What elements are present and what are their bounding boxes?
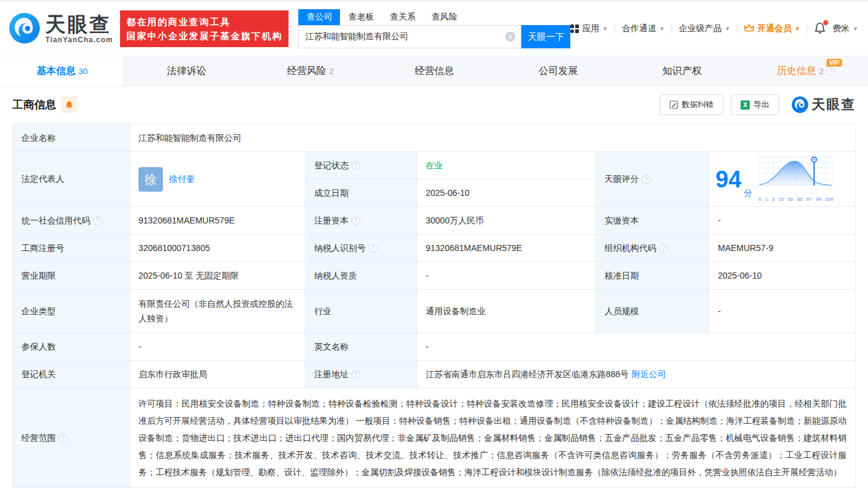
score-unit: 分 — [744, 187, 752, 200]
tyc-score-label: 天眼评分 ? — [595, 152, 709, 206]
chevron-down-icon: ▼ — [659, 26, 665, 32]
help-icon[interactable]: ? — [369, 244, 377, 252]
data-correction-button[interactable]: 数据纠错 — [660, 94, 723, 115]
score-number: 94 — [715, 168, 741, 191]
watermark-logo-icon — [791, 96, 809, 113]
reg-capital-label: 注册资本? — [305, 207, 417, 234]
divider — [737, 24, 738, 34]
tab-legal-litigation[interactable]: 法律诉讼 — [124, 56, 248, 86]
business-info-table: 企业名称 江苏和能智能制造有限公司 法定代表人 徐 徐付奎 登记状态 ? 在业 … — [12, 124, 856, 488]
nav-open-vip[interactable]: 开通会员 ▼ — [744, 23, 800, 34]
business-term-label: 营业期限 — [13, 262, 129, 289]
legal-rep-label: 法定代表人 — [13, 152, 129, 206]
export-button[interactable]: X 导出 — [731, 94, 779, 115]
nav-enterprise-label: 企业级产品 — [679, 23, 722, 34]
establish-date-label: 成立日期 — [305, 179, 417, 206]
tab-basic-info[interactable]: 基本信息 30 — [0, 56, 124, 86]
tab-operation-info[interactable]: 经营信息 — [372, 56, 496, 86]
help-icon[interactable]: ? — [352, 161, 360, 170]
tab-company-development[interactable]: 公司发展 — [496, 56, 620, 86]
tab-label: 知识产权 — [663, 65, 702, 78]
org-code-label: 组织机构代码? — [595, 235, 709, 261]
reg-authority-label: 登记机关 — [13, 361, 129, 388]
promo-line1: 都在用的商业查询工具 — [126, 15, 282, 29]
help-icon[interactable]: ? — [659, 244, 668, 252]
approval-date-value: 2025-06-10 — [709, 262, 855, 289]
industry-value: 通用设备制造业 — [417, 290, 595, 332]
taxpayer-id-value: 91320681MAEMUR579E — [417, 235, 595, 261]
staff-size-value: - — [709, 290, 855, 332]
business-scope-value: 许可项目：民用核安全设备制造；特种设备制造；特种设备检验检测；特种设备设计；特种… — [129, 388, 855, 487]
org-code-value: MAEMUR57-9 — [709, 235, 855, 261]
company-type-label: 企业类型 — [13, 290, 129, 332]
legal-rep-link[interactable]: 徐付奎 — [169, 173, 195, 186]
search-input[interactable] — [299, 32, 521, 42]
help-icon[interactable]: ? — [352, 216, 360, 225]
tab-intellectual-property[interactable]: 知识产权 — [620, 56, 744, 86]
approval-date-label: 核准日期 — [595, 262, 709, 289]
search-tab-company[interactable]: 查公司 — [298, 9, 340, 25]
business-term-value: 2025-06-10 至 无固定期限 — [129, 262, 305, 289]
company-name-value: 江苏和能智能制造有限公司 — [129, 124, 855, 151]
tianyancha-logo[interactable]: 天眼查 TianYanCha.com — [9, 12, 113, 46]
reg-address-text: 江苏省南通市启东市吕四港经济开发区临港东路888号 — [426, 368, 628, 381]
help-icon[interactable]: ? — [826, 67, 835, 75]
tab-history-info[interactable]: VIP 历史信息 2 ? — [744, 56, 868, 86]
table-row-reg-number: 工商注册号 320681000713805 纳税人识别号? 91320681MA… — [13, 235, 855, 262]
help-icon[interactable]: ? — [352, 370, 360, 378]
tyc-score-label-text: 天眼评分 — [605, 173, 639, 186]
search-area: 查公司 查老板 查关系 查风险 ✕ 天眼一下 — [298, 9, 570, 48]
excel-icon: X — [741, 100, 750, 110]
table-row-reg-authority: 登记机关 启东市行政审批局 注册地址? 江苏省南通市启东市吕四港经济开发区临港东… — [13, 361, 855, 388]
nav-open-vip-label: 开通会员 — [757, 23, 791, 34]
taxpayer-quality-value: - — [417, 262, 595, 289]
table-row-credit-code: 统一社会信用代码? 91320681MAEMUR579E 注册资本? 30000… — [13, 207, 855, 235]
reg-status-label-text: 登记状态 — [314, 159, 349, 172]
vip-badge: VIP — [826, 59, 842, 67]
reg-authority-value: 启东市行政审批局 — [129, 361, 305, 388]
nav-enterprise[interactable]: 企业级产品 ▼ — [679, 23, 730, 34]
score-distribution-chart[interactable]: 0131550859799100 — [758, 155, 833, 203]
legal-rep-avatar[interactable]: 徐 — [138, 167, 163, 192]
reg-status-label: 登记状态 ? — [305, 152, 417, 179]
export-label: 导出 — [753, 99, 769, 110]
english-name-label: 英文名称 — [305, 333, 417, 360]
tab-label: 历史信息 — [777, 65, 816, 78]
company-type-value: 有限责任公司（非自然人投资或控股的法人独资） — [129, 290, 305, 332]
crown-icon — [744, 24, 754, 34]
staff-size-label: 人员规模 — [595, 290, 709, 332]
notification-bell-icon[interactable] — [814, 22, 826, 36]
reg-status-value: 在业 — [417, 152, 595, 179]
help-icon[interactable]: ? — [59, 434, 67, 442]
help-icon[interactable]: ? — [93, 216, 102, 225]
divider — [807, 24, 807, 34]
tab-count: 2 — [819, 67, 823, 76]
table-row-business-term: 营业期限 2025-06-10 至 无固定期限 纳税人资质 - 核准日期 202… — [13, 262, 855, 290]
taxpayer-quality-label: 纳税人资质 — [305, 262, 417, 289]
nav-apps[interactable]: 应用 ▼ — [570, 23, 608, 34]
table-row-company-name: 企业名称 江苏和能智能制造有限公司 — [13, 124, 855, 152]
establish-date-value: 2025-06-10 — [417, 179, 595, 206]
insured-count-label: 参保人数 — [13, 333, 129, 360]
reg-address-label: 注册地址? — [305, 361, 417, 388]
tab-operation-risk[interactable]: 经营风险 2 — [249, 56, 372, 86]
tab-count: 2 — [330, 67, 334, 76]
search-tab-boss[interactable]: 查老板 — [340, 9, 382, 25]
subscribe-bell-icon[interactable] — [61, 97, 77, 113]
search-tab-relation[interactable]: 查关系 — [382, 9, 423, 25]
divider — [671, 24, 672, 34]
status-badge[interactable]: 在业 — [426, 159, 443, 172]
help-icon[interactable]: ? — [642, 175, 651, 184]
search-button[interactable]: 天眼一下 — [521, 25, 570, 48]
company-tabbar: 基本信息 30 法律诉讼 经营风险 2 经营信息 公司发展 知识产权 VIP 历… — [0, 56, 868, 86]
table-row-business-scope: 经营范围? 许可项目：民用核安全设备制造；特种设备制造；特种设备检验检测；特种设… — [13, 388, 855, 487]
header-nav: 应用 ▼ 合作通道 ▼ 企业级产品 ▼ 开通会员 ▼ 费米 ▼ — [570, 22, 858, 36]
nearby-companies-link[interactable]: 附近公司 — [632, 368, 666, 381]
tab-label: 公司发展 — [538, 65, 578, 78]
nav-channel-label: 合作通道 — [622, 23, 656, 34]
search-tab-risk[interactable]: 查风险 — [423, 9, 465, 25]
nav-channel[interactable]: 合作通道 ▼ — [622, 23, 665, 34]
correction-label: 数据纠错 — [682, 99, 714, 110]
chevron-down-icon: ▼ — [602, 26, 608, 32]
nav-user[interactable]: 费米 ▼ — [832, 23, 858, 34]
